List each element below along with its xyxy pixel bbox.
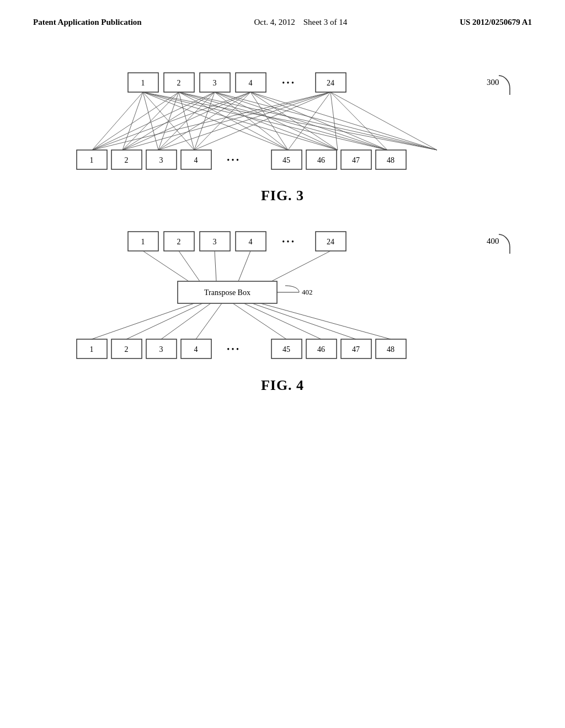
svg-text:400: 400 <box>487 237 499 245</box>
svg-text:45: 45 <box>282 156 290 164</box>
svg-text:45: 45 <box>282 345 290 354</box>
svg-text:4: 4 <box>249 79 253 87</box>
fig4-diagram: 1 2 3 4 • • • 24 Transpose Box 402 <box>56 226 509 370</box>
sheet-info: Sheet 3 of 14 <box>303 18 348 26</box>
svg-line-97 <box>260 303 391 339</box>
svg-text:2: 2 <box>125 156 129 164</box>
svg-line-87 <box>215 251 216 281</box>
fig4-section: 400 1 2 3 4 • • • 24 Transpose Box 40 <box>33 226 532 394</box>
svg-line-89 <box>271 251 331 281</box>
svg-text:48: 48 <box>387 156 395 164</box>
svg-line-51 <box>331 92 437 150</box>
svg-line-29 <box>122 92 215 150</box>
svg-text:1: 1 <box>90 345 94 354</box>
svg-line-88 <box>238 251 250 281</box>
ref-400: 400 <box>482 232 515 267</box>
publication-date-sheet: Oct. 4, 2012 Sheet 3 of 14 <box>254 15 348 29</box>
svg-text:1: 1 <box>90 156 94 164</box>
svg-text:24: 24 <box>327 238 334 246</box>
fig4-label: FIG. 4 <box>33 377 532 394</box>
publication-title: Patent Application Publication <box>33 15 142 29</box>
svg-text:48: 48 <box>387 345 395 354</box>
svg-text:46: 46 <box>317 156 325 164</box>
svg-text:3: 3 <box>213 79 217 87</box>
fig3-section: 300 1 2 3 4 • • • 24 <box>33 67 532 204</box>
svg-line-91 <box>126 303 202 339</box>
svg-text:2: 2 <box>177 238 181 246</box>
svg-text:47: 47 <box>352 156 360 164</box>
svg-text:3: 3 <box>159 345 163 354</box>
publication-date: Oct. 4, 2012 <box>254 18 295 26</box>
svg-line-46 <box>158 92 331 150</box>
page-content: 300 1 2 3 4 • • • 24 <box>0 34 565 427</box>
svg-text:4: 4 <box>194 345 198 354</box>
svg-text:4: 4 <box>194 156 198 164</box>
svg-line-92 <box>161 303 211 339</box>
svg-line-49 <box>331 92 338 150</box>
svg-line-35 <box>215 92 437 150</box>
svg-line-95 <box>244 303 321 339</box>
svg-text:Transpose Box: Transpose Box <box>204 288 250 297</box>
svg-line-43 <box>250 92 437 150</box>
svg-line-94 <box>233 303 286 339</box>
svg-text:46: 46 <box>317 345 325 354</box>
svg-text:• • •: • • • <box>227 156 239 164</box>
fig3-label: FIG. 3 <box>33 188 532 204</box>
svg-line-16 <box>143 92 288 150</box>
svg-line-93 <box>196 303 222 339</box>
svg-text:24: 24 <box>327 79 334 87</box>
svg-line-50 <box>331 92 387 150</box>
svg-line-18 <box>143 92 387 150</box>
svg-text:1: 1 <box>141 79 145 87</box>
svg-text:402: 402 <box>302 288 313 296</box>
svg-line-26 <box>179 92 387 150</box>
fig3-diagram: 1 2 3 4 • • • 24 <box>56 67 509 178</box>
patent-number: US 2012/0250679 A1 <box>460 15 532 29</box>
svg-text:300: 300 <box>487 78 499 87</box>
svg-text:2: 2 <box>177 79 181 87</box>
svg-text:3: 3 <box>213 238 217 246</box>
svg-text:• • •: • • • <box>282 238 294 246</box>
svg-text:• • •: • • • <box>227 345 239 354</box>
svg-text:4: 4 <box>249 238 253 246</box>
svg-text:47: 47 <box>352 345 360 354</box>
svg-line-96 <box>252 303 356 339</box>
svg-line-47 <box>194 92 331 150</box>
svg-text:1: 1 <box>141 238 145 246</box>
svg-text:2: 2 <box>125 345 129 354</box>
svg-text:3: 3 <box>159 156 163 164</box>
svg-line-13 <box>122 92 143 150</box>
page-header: Patent Application Publication Oct. 4, 2… <box>0 0 565 34</box>
ref-300: 300 <box>482 73 515 108</box>
svg-text:• • •: • • • <box>282 79 294 87</box>
svg-line-90 <box>92 303 194 339</box>
